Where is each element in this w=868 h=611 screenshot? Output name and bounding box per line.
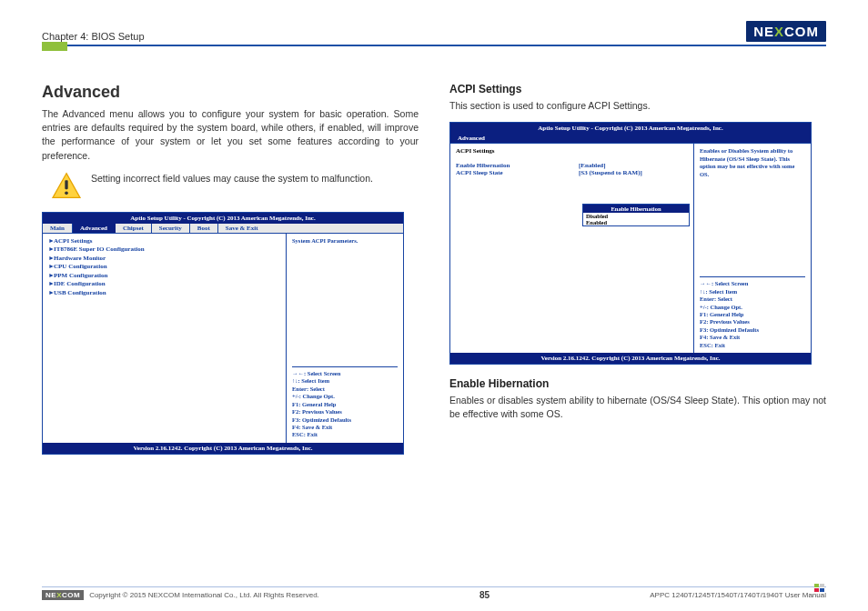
bios-version: Version 2.16.1242. Copyright (C) 2013 Am… <box>450 353 811 364</box>
svg-rect-1 <box>65 180 67 189</box>
bios-version: Version 2.16.1242. Copyright (C) 2013 Am… <box>43 443 403 454</box>
enable-hibernation-heading: Enable Hibernation <box>449 377 826 390</box>
bios-tabs: Advanced <box>450 134 811 144</box>
acpi-heading: ACPI Settings <box>449 83 826 95</box>
bios-popup-option-selected: Enabled <box>583 219 689 225</box>
bios-help-text: System ACPI Parameters. <box>292 237 398 245</box>
bios-tab-advanced: Advanced <box>73 224 116 233</box>
advanced-heading: Advanced <box>42 83 419 102</box>
bios-menu-item: ►ACPI Settings <box>48 237 280 245</box>
warning-icon <box>51 172 82 199</box>
footer-manual-name: APPC 1240T/1245T/1540T/1740T/1940T User … <box>650 591 826 599</box>
bios-menu-item: ►USB Configuration <box>48 289 280 297</box>
chapter-label: Chapter 4: BIOS Setup <box>42 31 145 42</box>
bios-key-hints: →←: Select Screen ↑↓: Select Item Enter:… <box>700 276 805 349</box>
logo-part: COM <box>784 24 819 39</box>
bios-tab-save-exit: Save & Exit <box>218 224 403 233</box>
bios-tabs: Main Advanced Chipset Security Boot Save… <box>43 224 403 234</box>
bios-tab-chipset: Chipset <box>116 224 152 233</box>
bios-title: Aptio Setup Utility - Copyright (C) 2013… <box>450 123 811 134</box>
footer-decoration <box>813 583 826 592</box>
bios-tab-boot: Boot <box>190 224 218 233</box>
advanced-intro: The Advanced menu allows you to configur… <box>42 107 419 163</box>
nexcom-logo: NEXCOM <box>746 21 826 42</box>
bios-menu-item: ►Hardware Monitor <box>48 255 280 263</box>
bios-menu-item: ►PPM Configuration <box>48 272 280 280</box>
bios-setting-row: Enable Hibernation [Enabled] <box>456 162 688 169</box>
bios-popup: Enable Hibernation Disabled Enabled <box>582 204 690 226</box>
warning-text: Setting incorrect field values may cause… <box>91 172 373 185</box>
acpi-intro: This section is used to configure ACPI S… <box>449 99 826 113</box>
bios-tab-main: Main <box>43 224 73 233</box>
bios-menu-item: ►IT8786E Super IO Configuration <box>48 245 280 254</box>
enable-hibernation-text: Enables or disables system ability to hi… <box>449 394 826 421</box>
nexcom-logo-footer: NEXCOM <box>42 590 84 600</box>
logo-part: NE <box>753 24 774 39</box>
bios-popup-option: Disabled <box>583 213 689 219</box>
bios-screenshot-acpi-settings: Aptio Setup Utility - Copyright (C) 2013… <box>449 122 812 365</box>
bios-help-text: Enables or Disables System ability to Hi… <box>700 147 805 178</box>
header-rule <box>42 45 826 46</box>
logo-part: X <box>774 24 784 39</box>
bios-section-label: ACPI Settings <box>456 147 688 155</box>
green-tab-decoration <box>42 42 67 51</box>
bios-tab-advanced: Advanced <box>450 134 811 143</box>
bios-title: Aptio Setup Utility - Copyright (C) 2013… <box>43 213 403 224</box>
bios-tab-security: Security <box>152 224 190 233</box>
bios-setting-row: ACPI Sleep State [S3 (Suspend to RAM)] <box>456 169 688 176</box>
footer-copyright: Copyright © 2015 NEXCOM International Co… <box>89 591 319 599</box>
bios-menu-item: ►CPU Configuration <box>48 263 280 271</box>
bios-popup-title: Enable Hibernation <box>583 205 689 213</box>
bios-screenshot-advanced-menu: Aptio Setup Utility - Copyright (C) 2013… <box>42 212 404 455</box>
bios-key-hints: →←: Select Screen ↑↓: Select Item Enter:… <box>292 366 398 439</box>
page-number: 85 <box>479 590 490 600</box>
bios-menu-item: ►IDE Configuration <box>48 280 280 288</box>
svg-point-2 <box>65 191 68 195</box>
